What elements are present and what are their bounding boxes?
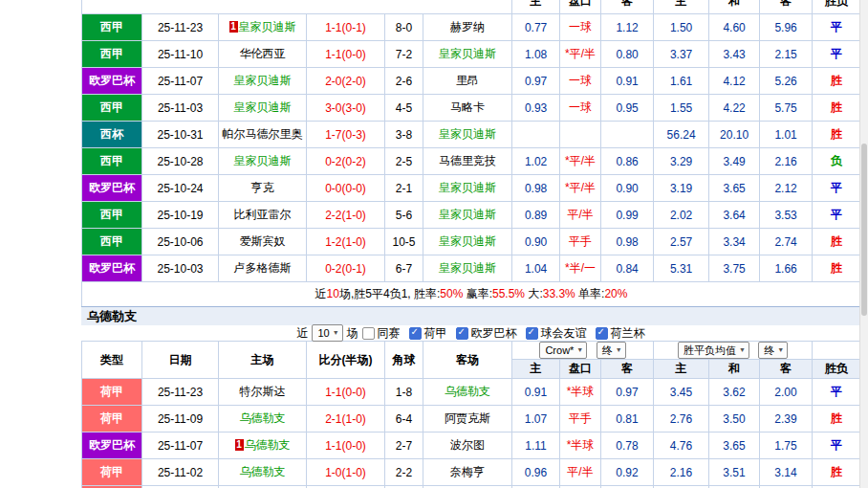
- checkbox-checked-icon[interactable]: [456, 327, 468, 340]
- home-team-cell[interactable]: 皇家贝迪斯: [219, 95, 307, 122]
- home-team-cell[interactable]: 帕尔马德尔里奥: [219, 122, 307, 148]
- asian-away-odds: 1.12: [601, 14, 654, 41]
- score-cell[interactable]: 0-0(0-0): [307, 175, 385, 202]
- away-team-cell[interactable]: 马略卡: [423, 95, 512, 122]
- match-count-select[interactable]: 10 ▼: [312, 324, 342, 342]
- score-cell[interactable]: 1-1(0-0): [307, 433, 385, 459]
- filter-bar: 近 10 ▼ 场 同赛荷甲欧罗巴杯球会友谊荷兰杯: [81, 325, 860, 341]
- home-team-cell[interactable]: 华伦西亚: [219, 41, 307, 68]
- content-area: 主 盘口 客 主 和 客 胜负 西甲 25-11-23 1皇家贝迪斯 1-1(0…: [81, 0, 860, 488]
- result-cell: 平: [813, 175, 860, 202]
- away-team-cell[interactable]: 乌德勒支: [423, 379, 512, 406]
- league-filter-group: 同赛荷甲欧罗巴杯球会友谊荷兰杯: [362, 325, 645, 342]
- score-cell[interactable]: 1-0(1-0): [307, 459, 385, 486]
- euro-home-odds: 2.02: [654, 202, 709, 229]
- odds-company-value: Crow*: [545, 344, 574, 357]
- score-cell[interactable]: 0-2(0-2): [307, 148, 385, 175]
- summary-text: 场,胜5平4负1, 胜率:: [339, 287, 440, 300]
- euro-away-odds: 1.01: [760, 122, 813, 148]
- home-team-cell[interactable]: 爱斯宾奴: [219, 229, 307, 255]
- score-cell[interactable]: 1-1(0-0): [307, 379, 385, 406]
- header-type: 类型: [82, 342, 142, 379]
- score-cell[interactable]: 1-1(0-1): [307, 14, 385, 41]
- euro-stage-select[interactable]: 终 ▼: [758, 342, 788, 359]
- table-row: 欧罗巴杯 25-11-07 皇家贝迪斯 2-0(2-0) 2-6 里昂 0.97…: [82, 68, 861, 95]
- home-team-cell[interactable]: 乌德勒支: [219, 406, 307, 433]
- result-cell: 胜: [813, 122, 860, 148]
- away-team-cell[interactable]: 皇家贝迪斯: [423, 41, 512, 68]
- league-badge: 欧罗巴杯: [82, 433, 142, 459]
- away-team-cell[interactable]: 奈梅亨: [423, 459, 512, 486]
- euro-draw-odds: 3.50: [709, 406, 760, 433]
- away-team-cell[interactable]: 阿贾克斯: [423, 406, 512, 433]
- away-team-cell[interactable]: 里昂: [423, 68, 512, 95]
- home-team-cell[interactable]: 1皇家贝迪斯: [219, 14, 307, 41]
- checkbox-unchecked-icon[interactable]: [362, 327, 375, 340]
- header-asian-away: 客: [601, 360, 654, 379]
- away-team-cell[interactable]: 皇家贝迪斯: [423, 255, 512, 282]
- filter-checkbox-荷兰杯[interactable]: 荷兰杯: [596, 325, 645, 342]
- away-team-cell[interactable]: 皇家贝迪斯: [423, 122, 512, 148]
- score-cell[interactable]: 2-1(1-0): [307, 406, 385, 433]
- result-cell: 平: [813, 433, 861, 459]
- score-cell[interactable]: 2-2(1-0): [307, 202, 385, 229]
- filter-checkbox-欧罗巴杯[interactable]: 欧罗巴杯: [456, 325, 517, 342]
- odds-company-select[interactable]: Crow* ▼: [539, 342, 587, 359]
- euro-metric-select[interactable]: 胜平负均值 ▼: [678, 342, 749, 359]
- filter-checkbox-荷甲[interactable]: 荷甲: [409, 325, 447, 342]
- header-euro-draw: 和: [709, 0, 760, 14]
- score-cell[interactable]: 3-0(3-0): [307, 95, 385, 122]
- home-team-cell[interactable]: 特尔斯达: [219, 379, 307, 406]
- home-team-cell[interactable]: 卢多格德斯: [219, 255, 307, 282]
- vertical-scrollbar[interactable]: [859, 0, 868, 488]
- result-cell: 平: [813, 379, 861, 406]
- filter-checkbox-球会友谊[interactable]: 球会友谊: [526, 325, 587, 342]
- home-team-cell[interactable]: 比利亚雷尔: [219, 202, 307, 229]
- checkbox-checked-icon[interactable]: [596, 327, 608, 340]
- result-cell: 平: [813, 202, 860, 229]
- away-team-cell[interactable]: 马德里竞技: [423, 148, 512, 175]
- scrollbar-thumb[interactable]: [861, 144, 867, 316]
- home-team-cell[interactable]: 1乌德勒支: [219, 433, 307, 459]
- checkbox-checked-icon[interactable]: [409, 327, 422, 340]
- header-euro-away: 客: [760, 0, 813, 14]
- away-team-cell[interactable]: 波尔图: [423, 433, 512, 459]
- summary-stat-value: 33.3%: [543, 287, 575, 300]
- asian-home-odds: 0.98: [512, 175, 560, 202]
- match-date: 25-10-31: [142, 122, 219, 148]
- score-cell[interactable]: 2-0(2-0): [307, 68, 385, 95]
- table-row: 荷甲 25-11-02 乌德勒支 1-0(1-0) 2-2 奈梅亨 0.96 平…: [82, 459, 861, 486]
- euro-draw-odds: 3.34: [709, 229, 760, 255]
- euro-away-odds: 2.74: [760, 229, 813, 255]
- asian-away-odds: 0.78: [601, 433, 654, 459]
- home-team-cell[interactable]: 皇家贝迪斯: [219, 68, 307, 95]
- odds-stage-select[interactable]: 终 ▼: [597, 342, 626, 359]
- handicap-cell: *半/一: [560, 255, 601, 282]
- euro-draw-odds: 4.12: [709, 68, 760, 95]
- score-cell[interactable]: 1-1(0-0): [307, 41, 385, 68]
- home-team-cell[interactable]: 乌德勒支: [219, 459, 307, 486]
- away-team-cell[interactable]: 皇家贝迪斯: [423, 202, 512, 229]
- away-team-cell[interactable]: 皇家贝迪斯: [423, 175, 512, 202]
- checkbox-checked-icon[interactable]: [526, 327, 538, 340]
- euro-draw-odds: 3.43: [709, 41, 760, 68]
- score-cell[interactable]: 0-2(0-1): [307, 255, 385, 282]
- score-cell[interactable]: 1-7(0-3): [307, 122, 385, 148]
- asian-home-odds: 0.90: [512, 229, 560, 255]
- euro-stage-value: 终: [764, 344, 774, 357]
- header-euro-home: 主: [654, 0, 709, 14]
- euro-home-odds: 3.37: [654, 41, 709, 68]
- away-team-cell[interactable]: 皇家贝迪斯: [423, 229, 512, 255]
- score-cell[interactable]: 1-2(1-0): [307, 229, 385, 255]
- table-row: 欧罗巴杯 25-10-03 卢多格德斯 0-2(0-1) 6-7 皇家贝迪斯 1…: [82, 255, 861, 282]
- away-team-cell[interactable]: 赫罗纳: [423, 14, 512, 41]
- header-asian-home: 主: [512, 0, 560, 14]
- filter-checkbox-同赛[interactable]: 同赛: [362, 325, 401, 342]
- match-date: 25-10-24: [142, 175, 219, 202]
- result-cell: 胜: [813, 459, 861, 486]
- home-team-cell[interactable]: 皇家贝迪斯: [219, 148, 307, 175]
- euro-home-odds: 3.45: [654, 379, 709, 406]
- euro-home-odds: 5.31: [654, 255, 709, 282]
- home-team-cell[interactable]: 亨克: [219, 175, 307, 202]
- euro-draw-odds: 3.65: [709, 433, 760, 459]
